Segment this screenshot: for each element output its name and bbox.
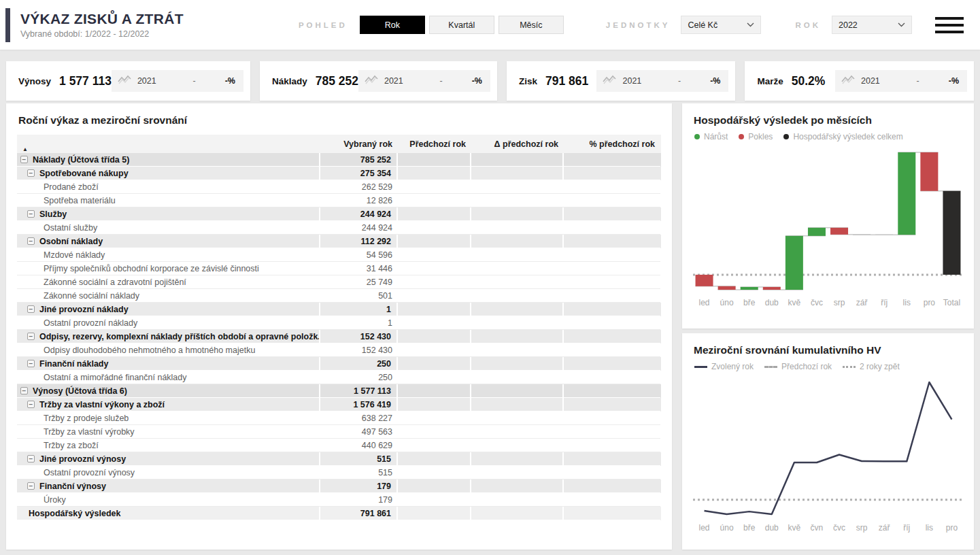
collapse-icon[interactable]: − [27, 360, 35, 367]
row-label: Jiné provozní výnosy [39, 454, 126, 464]
column-header[interactable]: % předchozí rok [564, 135, 660, 153]
view-button-měsíc[interactable]: Měsíc [499, 16, 564, 34]
row-empty-cell [471, 207, 564, 221]
table-row[interactable]: −Finanční náklady250 [17, 357, 661, 371]
row-header-cell[interactable]: ▲ [17, 135, 320, 153]
svg-text:dub: dub [765, 523, 779, 533]
table-row[interactable]: Mzdové náklady54 596 [17, 248, 661, 262]
table-row[interactable]: Hospodářský výsledek791 861 [17, 507, 661, 520]
row-value: 1 576 419 [320, 398, 398, 411]
waterfall-bar-kvě[interactable] [785, 236, 803, 290]
row-empty-cell [471, 303, 564, 316]
row-empty-cell [471, 289, 564, 303]
collapse-icon[interactable]: − [27, 237, 35, 245]
collapse-icon[interactable]: − [20, 156, 28, 163]
row-empty-cell [564, 425, 660, 439]
line-panel: Meziroční srovnání kumulativního HV Zvol… [682, 333, 974, 550]
table-row[interactable]: −Osobní náklady112 292 [17, 235, 661, 248]
svg-text:pro: pro [924, 298, 936, 307]
table-row[interactable]: Ostatní provozní výnosy515 [17, 466, 661, 480]
collapse-icon[interactable]: − [20, 387, 28, 394]
table-row[interactable]: −Finanční výnosy179 [17, 480, 661, 493]
row-empty-cell [471, 507, 564, 520]
table-row[interactable]: Spotřeba materiálu12 826 [17, 194, 661, 207]
row-label-cell: Ostatní a mimořádné finanční náklady [17, 371, 320, 384]
kpi-compare-value: - [678, 76, 681, 86]
row-empty-cell [398, 275, 471, 289]
table-row[interactable]: Odpisy dlouhodobého nehmotného a hmotnéh… [17, 343, 661, 357]
waterfall-bar-srp[interactable] [830, 228, 848, 235]
row-empty-cell [564, 371, 660, 384]
row-label: Tržby za vlastní výrobky [44, 427, 135, 437]
column-header[interactable]: Δ předchozí rok [471, 135, 564, 153]
page-title: VÝKAZ ZISKŮ A ZTRÁT [20, 11, 184, 27]
row-empty-cell [471, 411, 564, 425]
table-row[interactable]: −Spotřebované nákupy275 354 [17, 167, 661, 180]
collapse-icon[interactable]: − [27, 210, 35, 218]
view-button-rok[interactable]: Rok [360, 16, 425, 34]
table-row[interactable]: −Služby244 924 [17, 207, 661, 221]
row-value: 54 596 [320, 248, 398, 262]
collapse-icon[interactable]: − [27, 482, 35, 490]
table-row[interactable]: −Tržby za vlastní výkony a zboží1 576 41… [17, 398, 661, 411]
column-header[interactable]: Vybraný rok [320, 135, 398, 153]
selected-year-line[interactable] [705, 382, 952, 514]
table-row[interactable]: Úroky179 [17, 493, 661, 507]
waterfall-bar-lis[interactable] [898, 152, 915, 235]
kpi-compare-pct: -% [710, 76, 720, 86]
waterfall-bar-pro[interactable] [920, 152, 938, 191]
collapse-icon[interactable]: − [27, 305, 35, 313]
waterfall-bar-bře[interactable] [741, 287, 758, 290]
row-empty-cell [398, 207, 471, 221]
menu-icon[interactable] [935, 17, 964, 33]
row-empty-cell [564, 248, 660, 262]
collapse-icon[interactable]: − [27, 333, 35, 340]
waterfall-chart[interactable]: ledúnobředubkvěčvcsrpzářříjlisproTotal [693, 148, 963, 315]
waterfall-bar-úno[interactable] [718, 286, 736, 290]
view-button-kvartál[interactable]: Kvartál [429, 16, 494, 34]
table-row[interactable]: Prodané zboží262 529 [17, 180, 661, 194]
units-dropdown[interactable]: Celé Kč [681, 16, 761, 34]
collapse-icon[interactable]: − [27, 455, 35, 462]
waterfall-bar-dub[interactable] [763, 287, 781, 290]
column-header[interactable]: Předchozí rok [398, 135, 471, 153]
kpi-compare-year: 2021 [861, 76, 880, 86]
row-label-cell: Prodané zboží [17, 180, 320, 194]
row-value: 262 529 [320, 180, 398, 194]
table-row[interactable]: Zákonné sociální a zdravotní pojištění25… [17, 275, 661, 289]
table-row[interactable]: −Odpisy, rezervy, komplexní náklady příš… [17, 330, 661, 343]
waterfall-bar-led[interactable] [696, 275, 713, 286]
table-row[interactable]: Tržby z prodeje služeb638 227 [17, 411, 661, 425]
row-empty-cell [398, 248, 471, 262]
row-empty-cell [564, 180, 660, 194]
table-row[interactable]: −Jiné provozní výnosy515 [17, 452, 661, 466]
collapse-icon[interactable]: − [27, 169, 35, 177]
table-row[interactable]: Tržby za vlastní výrobky497 563 [17, 425, 661, 439]
table-row[interactable]: Ostatní provozní náklady1 [17, 316, 661, 330]
row-empty-cell [398, 343, 471, 357]
collapse-icon[interactable]: − [27, 401, 35, 408]
row-label-cell: −Tržby za vlastní výkony a zboží [17, 398, 320, 411]
table-row[interactable]: Ostatní a mimořádné finanční náklady250 [17, 371, 661, 384]
table-row[interactable]: −Jiné provozní náklady1 [17, 303, 661, 316]
sort-ascending-icon[interactable]: ▲ [22, 147, 28, 152]
chevron-down-icon [898, 22, 905, 27]
row-empty-cell [564, 221, 660, 235]
row-empty-cell [398, 180, 471, 194]
table-row[interactable]: Příjmy společníků obchodní korporace ze … [17, 262, 661, 275]
waterfall-bar-Total[interactable] [943, 191, 960, 275]
row-empty-cell [471, 316, 564, 330]
row-empty-cell [398, 384, 471, 398]
table-row[interactable]: Ostatní služby244 924 [17, 221, 661, 235]
table-row[interactable]: −Výnosy (Účtová třída 6)1 577 113 [17, 384, 661, 398]
table-row[interactable]: Tržby za zboží440 629 [17, 439, 661, 452]
table-row[interactable]: −Náklady (Účtová třída 5)785 252 [17, 153, 661, 167]
kpi-compare-box: 2021--% [596, 70, 728, 92]
table-row[interactable]: Zákonné sociální náklady501 [17, 289, 661, 303]
row-label: Tržby z prodeje služeb [44, 414, 129, 423]
waterfall-bar-čvc[interactable] [808, 228, 826, 236]
row-value: 250 [320, 371, 398, 384]
cumulative-line-chart[interactable]: ledúnobředubkvěčvnčvcsrpzářříjlispro [693, 378, 963, 538]
year-dropdown[interactable]: 2022 [832, 16, 912, 34]
row-value: 31 446 [320, 262, 398, 275]
